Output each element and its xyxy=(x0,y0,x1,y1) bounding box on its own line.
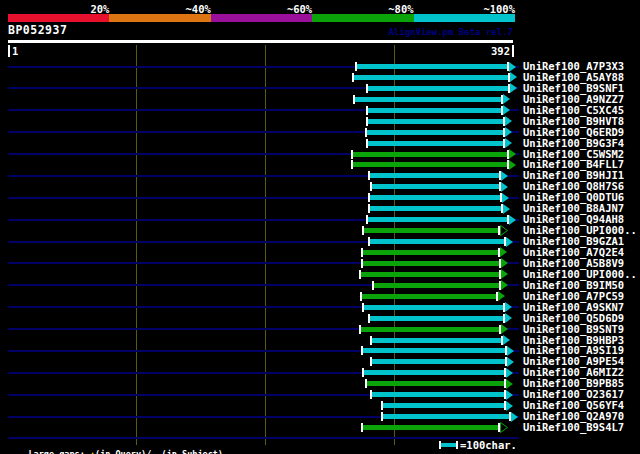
hit-arrow-icon xyxy=(503,335,510,345)
hit-arrow-open-icon xyxy=(500,225,509,236)
hit-arrow-icon xyxy=(505,313,512,323)
hit-bar-UniRef100_B9PB85[interactable] xyxy=(367,381,504,386)
hit-bar-UniRef100_B9GZA1[interactable] xyxy=(370,239,504,244)
hit-bar-UniRef100_A6MIZ2[interactable] xyxy=(364,370,504,375)
hit-arrow-icon xyxy=(505,302,512,312)
hit-arrow-icon xyxy=(503,204,510,214)
hit-bar-UniRef100_Q94AH8[interactable] xyxy=(368,217,507,222)
hit-arrow-icon xyxy=(501,171,508,181)
hit-arrow-icon xyxy=(507,346,514,356)
hit-bar-UniRef100_UPI000..[interactable] xyxy=(361,272,499,277)
hit-arrow-icon xyxy=(510,83,517,93)
hit-bar-UniRef100_B9S4L7[interactable] xyxy=(363,425,498,430)
hit-bar-UniRef100_A7Q2E4[interactable] xyxy=(363,250,498,255)
hit-arrow-icon xyxy=(506,390,513,400)
hit-arrow-icon xyxy=(506,379,513,389)
hit-bar-UniRef100_A9NZZ7[interactable] xyxy=(355,97,501,102)
hit-arrow-icon xyxy=(507,357,514,367)
hit-bar-UniRef100_A7P3X3[interactable] xyxy=(357,64,507,69)
hit-arrow-icon xyxy=(503,105,510,115)
hit-bar-UniRef100_B9HBP3[interactable] xyxy=(372,338,501,343)
gaps-legend-query-text: (in Query)/ xyxy=(95,449,151,454)
hit-bar-UniRef100_C5XC45[interactable] xyxy=(368,108,501,113)
hit-arrow-icon xyxy=(501,269,508,279)
hit-arrow-icon xyxy=(501,258,508,268)
hit-bar-UniRef100_C5WSM2[interactable] xyxy=(353,152,507,157)
alignview-overview: 20%~40%~60%~80%~100% BP052937 AlignView.… xyxy=(0,0,640,454)
gaps-legend-subject-text: (in Subject) xyxy=(156,449,223,454)
hit-arrow-icon xyxy=(509,160,516,170)
hit-bar-UniRef100_A9SI19[interactable] xyxy=(363,348,505,353)
gridline-100 xyxy=(136,45,137,445)
hit-bar-UniRef100_B8AJN7[interactable] xyxy=(370,206,501,211)
hit-bar-UniRef100_A5B8V9[interactable] xyxy=(363,261,499,266)
hit-arrow-icon xyxy=(502,193,509,203)
hit-arrow-icon xyxy=(506,237,513,247)
hit-arrow-icon xyxy=(510,72,517,82)
hit-bar-UniRef100_Q5D6D9[interactable] xyxy=(370,316,503,321)
unit-scale-label: =100char. xyxy=(460,440,517,451)
hit-bar-UniRef100_A5AY88[interactable] xyxy=(354,75,508,80)
hit-bar-UniRef100_UPI000..[interactable] xyxy=(364,228,498,233)
hit-bar-UniRef100_B9HVT8[interactable] xyxy=(368,119,503,124)
hit-bar-UniRef100_Q2A970[interactable] xyxy=(383,414,509,419)
unit-bar-right-tick xyxy=(456,441,458,449)
hit-arrow-icon xyxy=(506,368,513,378)
hit-bar-UniRef100_O23617[interactable] xyxy=(372,392,504,397)
hit-bar-UniRef100_B4FLL7[interactable] xyxy=(353,162,507,167)
gaps-legend-prefix: Large gaps: xyxy=(28,449,89,454)
hit-bar-UniRef100_Q8H7S6[interactable] xyxy=(372,184,499,189)
hit-bar-UniRef100_A7PC59[interactable] xyxy=(362,294,496,299)
alignment-plot: UniRef100_A7P3X3UniRef100_A5AY88UniRef10… xyxy=(0,0,640,454)
hit-arrow-icon xyxy=(509,215,516,225)
hit-arrow-icon xyxy=(500,247,507,257)
hit-arrow-icon xyxy=(505,116,512,126)
plot-bottom-line xyxy=(8,437,519,439)
hit-arrow-icon xyxy=(501,280,508,290)
hit-arrow-icon xyxy=(505,127,512,137)
hit-label-UniRef100_B9S4L7[interactable]: UniRef100_B9S4L7 xyxy=(523,422,624,433)
gaps-legend: Large gaps: ▲(in Query)/- (in Subject) xyxy=(8,441,223,454)
hit-bar-UniRef100_B9HJI1[interactable] xyxy=(370,173,499,178)
gridline-200 xyxy=(265,45,266,445)
hit-bar-UniRef100_A9PE54[interactable] xyxy=(372,359,505,364)
hit-bar-UniRef100_Q6ERD9[interactable] xyxy=(367,130,503,135)
unit-scale-bar xyxy=(441,443,456,447)
hit-bar-UniRef100_Q56YF4[interactable] xyxy=(383,403,504,408)
hit-arrow-icon xyxy=(509,62,516,72)
hit-bar-UniRef100_B9IM50[interactable] xyxy=(374,283,499,288)
hit-arrow-icon xyxy=(501,182,508,192)
hit-bar-UniRef100_A9SKN7[interactable] xyxy=(364,305,503,310)
hit-arrow-icon xyxy=(501,324,508,334)
hit-arrow-icon xyxy=(506,401,513,411)
hit-bar-UniRef100_Q0DTU6[interactable] xyxy=(370,195,500,200)
hit-arrow-icon xyxy=(511,412,518,422)
hit-arrow-icon xyxy=(509,149,516,159)
hit-bar-UniRef100_B9G3F4[interactable] xyxy=(368,141,503,146)
hit-bar-UniRef100_B9SNF1[interactable] xyxy=(368,86,508,91)
hit-bar-UniRef100_B9SNT9[interactable] xyxy=(361,327,499,332)
hit-arrow-icon xyxy=(505,138,512,148)
hit-arrow-icon xyxy=(503,94,510,104)
hit-arrow-icon xyxy=(498,291,505,301)
hit-arrow-open-icon xyxy=(500,422,509,433)
